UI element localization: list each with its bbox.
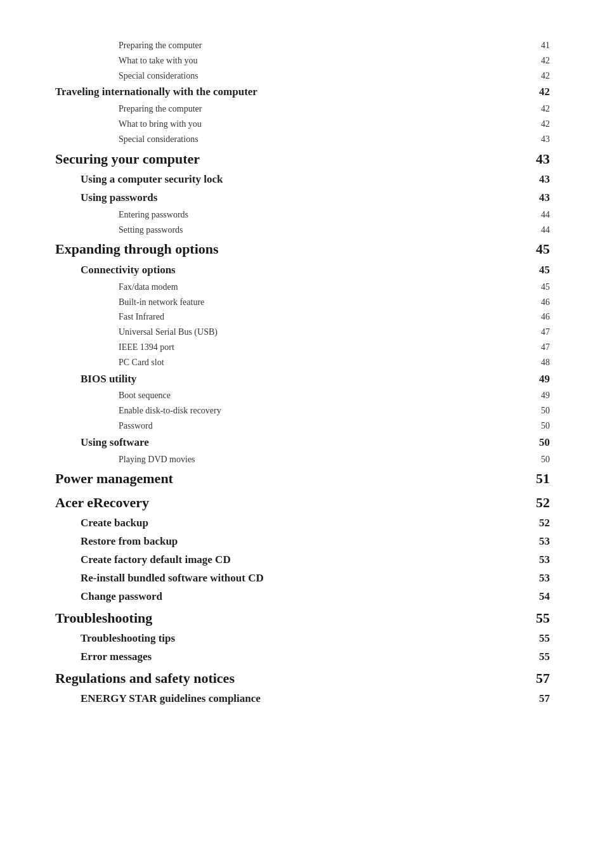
toc-title: Connectivity options [55,261,176,280]
toc-title: Troubleshooting tips [55,630,175,648]
toc-entry: Setting passwords44 [55,223,550,238]
toc-title: Troubleshooting [55,606,152,630]
toc-page: 57 [531,690,550,708]
toc-page: 49 [531,388,550,403]
toc-title: ENERGY STAR guidelines compliance [55,690,261,708]
toc-title: What to take with you [55,53,197,68]
toc-page: 45 [531,280,550,295]
toc-entry: Troubleshooting tips55 [55,630,550,648]
toc-entry: What to take with you42 [55,53,550,68]
toc-page: 43 [531,171,550,189]
toc-title: Password [55,418,153,434]
toc-page: 46 [531,295,550,310]
toc-title: Error messages [55,648,152,666]
toc-page: 42 [531,117,550,132]
toc-entry: Using a computer security lock43 [55,171,550,189]
toc-entry: Built-in network feature46 [55,295,550,310]
toc-title: Built-in network feature [55,295,204,310]
toc-entry: What to bring with you42 [55,117,550,132]
toc-page: 42 [531,83,550,101]
toc-page: 50 [531,403,550,418]
toc-page: 57 [531,666,550,690]
toc-title: Create factory default image CD [55,551,231,569]
toc-page: 50 [531,418,550,434]
toc-title: Expanding through options [55,237,219,261]
toc-page: 55 [531,630,550,648]
toc-entry: Troubleshooting55 [55,606,550,630]
toc-entry: Password50 [55,418,550,434]
toc-title: Setting passwords [55,223,183,238]
toc-title: Playing DVD movies [55,452,195,467]
toc-page: 50 [531,452,550,467]
toc-entry: Change password54 [55,588,550,606]
toc-entry: Fax/data modem45 [55,280,550,295]
toc-entry: Using passwords43 [55,189,550,207]
toc-title: Securing your computer [55,147,200,171]
toc-page: 53 [531,551,550,569]
toc-page: 46 [531,309,550,325]
toc-title: Using a computer security lock [55,171,223,189]
toc-title: Traveling internationally with the compu… [55,83,257,101]
toc-entry: Special considerations42 [55,68,550,84]
toc-title: Special considerations [55,132,198,147]
toc-page: 47 [531,340,550,355]
toc-title: Change password [55,588,162,606]
toc-entry: Error messages55 [55,648,550,666]
toc-page: 55 [531,648,550,666]
toc-page: 48 [531,355,550,370]
toc-entry: Special considerations43 [55,132,550,147]
toc-page: 52 [531,491,550,514]
toc-title: Power management [55,467,173,490]
toc-title: Special considerations [55,68,198,84]
toc-page: 53 [531,533,550,551]
toc-title: Enable disk-to-disk recovery [55,403,221,418]
toc-entry: Fast Infrared46 [55,309,550,325]
toc-title: Fax/data modem [55,280,178,295]
toc-entry: Enable disk-to-disk recovery50 [55,403,550,418]
toc-entry: Securing your computer43 [55,147,550,171]
toc-title: Regulations and safety notices [55,666,235,690]
toc-page: 42 [531,68,550,84]
toc-entry: Regulations and safety notices57 [55,666,550,690]
toc-page: 50 [531,434,550,452]
toc-title: Boot sequence [55,388,171,403]
toc-container: Preparing the computer41What to take wit… [55,38,550,708]
toc-entry: Using software50 [55,434,550,452]
toc-entry: Acer eRecovery52 [55,491,550,514]
toc-entry: Power management51 [55,467,550,490]
toc-page: 53 [531,569,550,588]
toc-title: Entering passwords [55,207,188,223]
toc-title: Restore from backup [55,533,178,551]
toc-page: 43 [531,189,550,207]
toc-entry: IEEE 1394 port47 [55,340,550,355]
toc-entry: Playing DVD movies50 [55,452,550,467]
toc-page: 52 [531,514,550,533]
toc-title: Preparing the computer [55,101,202,117]
toc-title: Re-install bundled software without CD [55,569,264,588]
toc-page: 44 [531,207,550,223]
toc-entry: PC Card slot48 [55,355,550,370]
toc-entry: ENERGY STAR guidelines compliance57 [55,690,550,708]
toc-title: Fast Infrared [55,309,164,325]
toc-page: 51 [531,467,550,490]
toc-page: 55 [531,606,550,630]
toc-title: Universal Serial Bus (USB) [55,325,218,340]
toc-page: 42 [531,101,550,117]
toc-page: 44 [531,223,550,238]
toc-entry: Boot sequence49 [55,388,550,403]
toc-page: 49 [531,370,550,389]
toc-entry: BIOS utility49 [55,370,550,389]
toc-entry: Preparing the computer41 [55,38,550,53]
toc-title: PC Card slot [55,355,164,370]
toc-page: 43 [531,147,550,171]
toc-title: Using passwords [55,189,157,207]
toc-page: 47 [531,325,550,340]
toc-title: IEEE 1394 port [55,340,174,355]
toc-page: 54 [531,588,550,606]
toc-page: 43 [531,132,550,147]
toc-page: 45 [531,261,550,280]
toc-title: Acer eRecovery [55,491,149,514]
toc-entry: Restore from backup53 [55,533,550,551]
toc-title: BIOS utility [55,370,136,389]
toc-entry: Preparing the computer42 [55,101,550,117]
